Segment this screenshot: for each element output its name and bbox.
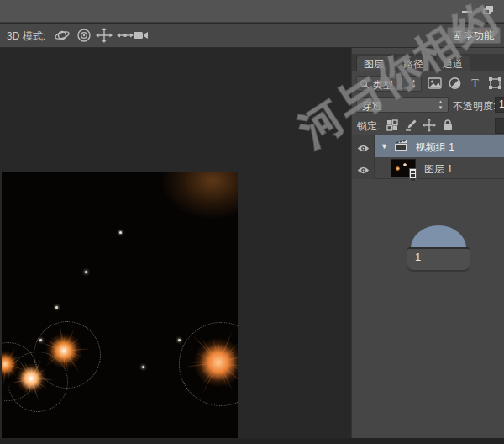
options-bar: 3D 模式: 基本功能 — [0, 24, 504, 48]
burst-glow — [194, 338, 238, 388]
3d-roll-icon[interactable] — [76, 28, 92, 43]
opacity-label: 不透明度: — [453, 99, 496, 114]
lock-transparency-icon[interactable] — [386, 119, 399, 132]
star — [119, 231, 122, 234]
fill-value-field[interactable] — [495, 118, 504, 134]
layer-name: 视频组 1 — [416, 140, 454, 155]
visibility-eye-icon[interactable] — [357, 163, 370, 172]
minimize-button[interactable] — [461, 6, 475, 16]
3d-camera-icon[interactable] — [133, 28, 150, 43]
star — [178, 339, 181, 341]
blend-mode-dropdown[interactable]: 穿透 ▲▼ — [356, 97, 449, 113]
lock-row: 锁定: — [352, 116, 504, 135]
lock-position-icon[interactable] — [423, 119, 436, 132]
lock-pixels-icon[interactable] — [404, 119, 417, 132]
type-layer-filter-icon[interactable]: T — [468, 77, 482, 90]
tab-channels[interactable]: 通道 — [435, 56, 470, 71]
layer-row-video-group[interactable]: ▼ 视频组 1 — [352, 135, 504, 157]
layers-panel: 图层 路径 通道 类型 ▲▼ T — [351, 48, 504, 438]
3d-mode-label: 3D 模式: — [7, 29, 45, 44]
document-canvas[interactable] — [2, 172, 238, 438]
firework-corner-glow — [162, 172, 238, 219]
minimize-icon — [462, 11, 472, 13]
window-bottom-edge — [0, 438, 504, 444]
video-group-icon — [394, 139, 409, 153]
layer-row-layer-1[interactable]: 图层 1 — [352, 157, 504, 179]
shape-layer-filter-icon[interactable] — [488, 77, 502, 90]
svg-text:T: T — [471, 77, 479, 90]
panel-tab-bar: 图层 路径 通道 — [352, 54, 504, 71]
3d-pan-icon[interactable] — [96, 28, 113, 43]
spinner-arrows-icon: ▲▼ — [437, 99, 444, 112]
filter-type-dropdown[interactable]: 类型 ▲▼ — [356, 76, 422, 92]
click-marker-number: 1 — [415, 251, 421, 263]
menu-bar — [0, 0, 504, 23]
lock-all-icon[interactable] — [441, 119, 454, 132]
photoshop-window: 3D 模式: 基本功能 图层 路径 通道 — [0, 0, 504, 444]
star — [142, 366, 144, 368]
video-layer-badge-icon — [409, 168, 417, 179]
blend-mode-row: 穿透 ▲▼ 不透明度: 10 — [352, 95, 504, 115]
star — [55, 306, 58, 309]
pixel-layer-filter-icon[interactable] — [428, 77, 442, 90]
tab-layers[interactable]: 图层 — [356, 56, 391, 71]
visibility-eye-icon[interactable] — [357, 141, 370, 151]
opacity-value-field[interactable]: 10 — [495, 97, 504, 113]
group-disclosure-triangle[interactable]: ▼ — [381, 142, 388, 151]
3d-orbit-icon[interactable] — [54, 28, 71, 43]
burst-glow — [46, 333, 81, 368]
click-marker: 1 — [407, 225, 470, 270]
spinner-arrows-icon: ▲▼ — [410, 78, 417, 91]
filter-type-label: 类型 — [373, 78, 393, 92]
restore-button[interactable] — [483, 6, 496, 16]
tab-paths[interactable]: 路径 — [396, 56, 431, 71]
click-marker-cap — [411, 225, 466, 248]
layer-name: 图层 1 — [424, 162, 453, 177]
star — [85, 271, 87, 273]
adjustment-layer-filter-icon[interactable] — [448, 77, 462, 90]
workspace-area — [0, 48, 351, 444]
workspace-switcher-button[interactable]: 基本功能 — [447, 27, 501, 44]
3d-slide-icon[interactable] — [117, 28, 134, 43]
search-icon — [360, 79, 370, 89]
layer-list: ▼ 视频组 1 — [352, 135, 504, 179]
lock-label: 锁定: — [357, 119, 380, 134]
layer-filter-row: 类型 ▲▼ T — [352, 73, 504, 94]
blend-mode-value: 穿透 — [362, 99, 382, 114]
